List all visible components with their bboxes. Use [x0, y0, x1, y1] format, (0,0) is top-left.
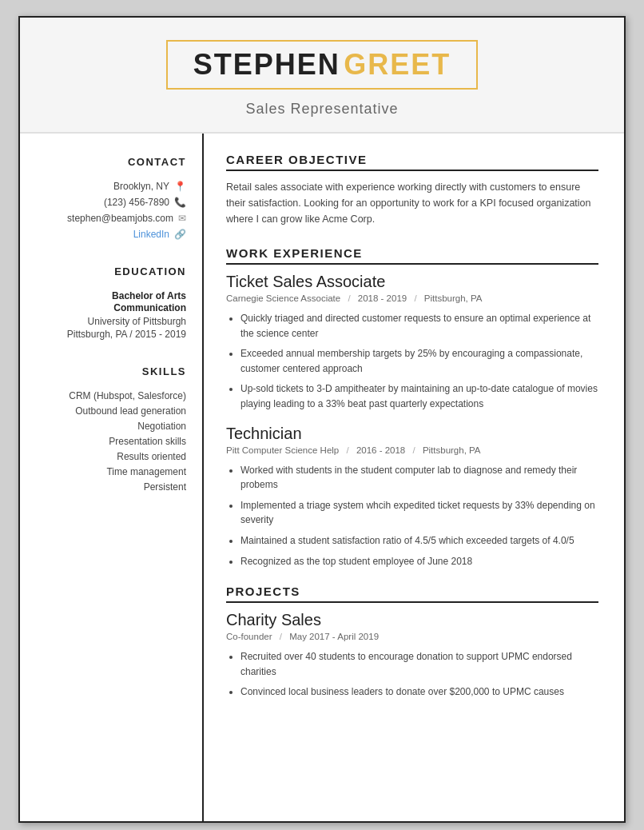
main-content: CAREER OBJECTIVE Retail sales associate … — [204, 134, 624, 821]
job-2-title: Technician — [226, 425, 598, 443]
job-1-title: Ticket Sales Associate — [226, 273, 598, 291]
first-name: STEPHEN — [193, 48, 340, 81]
skills-section: SKILLS CRM (Hubspot, Salesforce) Outboun… — [36, 365, 186, 493]
location-text: Brooklyn, NY — [113, 181, 169, 192]
phone-icon: 📞 — [174, 197, 186, 208]
sidebar: CONTACT Brooklyn, NY 📍 (123) 456-7890 📞 … — [20, 134, 204, 821]
projects-title: PROJECTS — [226, 585, 598, 603]
list-item: Persistent — [36, 481, 186, 493]
job-2-meta: Pitt Computer Science Help / 2016 - 2018… — [226, 445, 598, 455]
email-icon: ✉ — [178, 213, 186, 224]
job-entry-1: Ticket Sales Associate Carnegie Science … — [226, 273, 598, 412]
sep-icon: / — [414, 293, 416, 303]
job-title: Sales Representative — [52, 101, 592, 118]
edu-school: University of Pittsburgh — [36, 316, 186, 327]
contact-section: CONTACT Brooklyn, NY 📍 (123) 456-7890 📞 … — [36, 156, 186, 240]
phone-text: (123) 456-7890 — [104, 197, 169, 208]
list-item: Quickly triaged and directed customer re… — [241, 311, 598, 341]
linkedin-icon: 🔗 — [174, 229, 186, 240]
job-entry-2: Technician Pitt Computer Science Help / … — [226, 425, 598, 569]
list-item: Recognized as the top student employee o… — [241, 554, 598, 569]
skills-list: CRM (Hubspot, Salesforce) Outbound lead … — [36, 390, 186, 493]
job-2-bullets: Worked with students in the student comp… — [241, 463, 598, 569]
sep-icon: / — [346, 445, 348, 455]
linkedin-text[interactable]: LinkedIn — [133, 229, 169, 240]
job-2-company: Pitt Computer Science Help — [226, 445, 339, 455]
resume-document: STEPHEN GREET Sales Representative CONTA… — [18, 16, 626, 823]
location-icon: 📍 — [174, 181, 186, 192]
education-section: EDUCATION Bachelor of Arts Communication… — [36, 265, 186, 340]
list-item: Recruited over 40 students to encourage … — [241, 649, 598, 679]
education-block: Bachelor of Arts Communication Universit… — [36, 290, 186, 340]
name-box: STEPHEN GREET — [166, 40, 479, 90]
list-item: Outbound lead generation — [36, 405, 186, 417]
project-1-title: Charity Sales — [226, 611, 598, 629]
project-1-years: May 2017 - April 2019 — [289, 632, 379, 641]
contact-linkedin[interactable]: LinkedIn 🔗 — [36, 229, 186, 240]
project-1-role: Co-founder — [226, 632, 272, 641]
work-experience-title: WORK EXPERIENCE — [226, 246, 598, 265]
skills-title: SKILLS — [36, 365, 186, 381]
email-text: stephen@beamjobs.com — [67, 213, 173, 224]
job-1-bullets: Quickly triaged and directed customer re… — [241, 311, 598, 412]
list-item: Negotiation — [36, 421, 186, 432]
job-2-years: 2016 - 2018 — [356, 445, 405, 455]
list-item: Convinced local business leaders to dona… — [241, 684, 598, 700]
project-entry-1: Charity Sales Co-founder / May 2017 - Ap… — [226, 611, 598, 700]
list-item: Up-sold tickets to 3-D ampitheater by ma… — [241, 381, 598, 411]
project-1-bullets: Recruited over 40 students to encourage … — [241, 649, 598, 700]
list-item: Maintained a student satisfaction ratio … — [241, 533, 598, 549]
last-name: GREET — [344, 48, 451, 81]
job-1-company: Carnegie Science Associate — [226, 293, 340, 303]
job-1-location: Pittsburgh, PA — [424, 293, 483, 303]
edu-degree: Bachelor of Arts — [36, 290, 186, 301]
sep-icon: / — [280, 632, 282, 641]
education-title: EDUCATION — [36, 265, 186, 281]
projects-section: PROJECTS Charity Sales Co-founder / May … — [226, 585, 598, 700]
list-item: CRM (Hubspot, Salesforce) — [36, 390, 186, 401]
contact-location: Brooklyn, NY 📍 — [36, 181, 186, 192]
resume-body: CONTACT Brooklyn, NY 📍 (123) 456-7890 📞 … — [20, 134, 624, 821]
edu-location-year: Pittsburgh, PA / 2015 - 2019 — [36, 329, 186, 340]
work-experience-section: WORK EXPERIENCE Ticket Sales Associate C… — [226, 246, 598, 569]
job-1-years: 2018 - 2019 — [358, 293, 407, 303]
contact-title: CONTACT — [36, 156, 186, 171]
list-item: Presentation skills — [36, 436, 186, 447]
edu-major: Communication — [36, 302, 186, 313]
sep-icon: / — [348, 293, 350, 303]
career-objective-title: CAREER OBJECTIVE — [226, 153, 598, 171]
list-item: Time management — [36, 466, 186, 477]
career-objective-text: Retail sales associate with experience w… — [226, 179, 598, 227]
project-1-meta: Co-founder / May 2017 - April 2019 — [226, 632, 598, 641]
resume-header: STEPHEN GREET Sales Representative — [20, 18, 624, 134]
contact-phone: (123) 456-7890 📞 — [36, 197, 186, 208]
list-item: Results oriented — [36, 451, 186, 462]
job-1-meta: Carnegie Science Associate / 2018 - 2019… — [226, 293, 598, 303]
list-item: Worked with students in the student comp… — [241, 463, 598, 493]
list-item: Implemented a triage system whcih expedi… — [241, 498, 598, 528]
sep-icon: / — [412, 445, 415, 455]
career-objective-section: CAREER OBJECTIVE Retail sales associate … — [226, 153, 598, 227]
contact-email: stephen@beamjobs.com ✉ — [36, 213, 186, 224]
list-item: Exceeded annual membership targets by 25… — [241, 346, 598, 376]
job-2-location: Pittsburgh, PA — [423, 445, 481, 455]
